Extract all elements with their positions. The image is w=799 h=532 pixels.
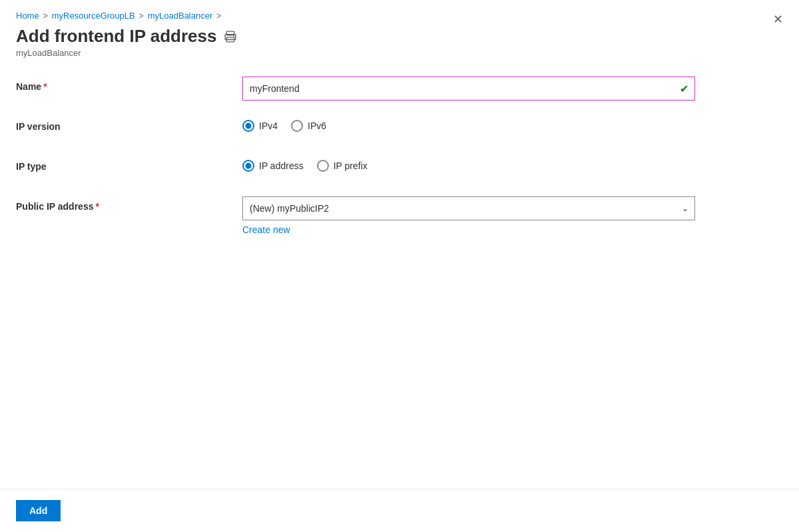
radio-ipv4-label: IPv4 xyxy=(259,121,278,131)
breadcrumb-home[interactable]: Home xyxy=(16,11,39,21)
radio-ip-prefix-label: IP prefix xyxy=(334,160,368,171)
radio-ipv4-input[interactable] xyxy=(242,120,254,132)
svg-point-3 xyxy=(234,35,235,37)
name-required-star: * xyxy=(43,81,47,92)
close-icon[interactable]: ✕ xyxy=(773,13,783,25)
public-ip-row: Public IP address * (New) myPublicIP2 ⌄ … xyxy=(16,196,783,235)
public-ip-label: Public IP address * xyxy=(16,196,242,212)
footer: Add xyxy=(0,489,799,532)
public-ip-control: (New) myPublicIP2 ⌄ Create new xyxy=(242,196,695,235)
radio-ip-address-label: IP address xyxy=(259,160,304,171)
radio-ip-address-input[interactable] xyxy=(242,160,254,172)
radio-ip-address[interactable]: IP address xyxy=(242,160,304,172)
radio-ip-prefix-input[interactable] xyxy=(317,160,329,172)
public-ip-dropdown-wrapper: (New) myPublicIP2 ⌄ xyxy=(242,196,695,220)
name-row: Name * ✔ xyxy=(16,77,783,101)
ip-version-label: IP version xyxy=(16,117,242,132)
add-button[interactable]: Add xyxy=(16,500,61,521)
radio-ipv6-input[interactable] xyxy=(291,120,303,132)
print-icon[interactable] xyxy=(224,31,236,43)
subtitle: myLoadBalancer xyxy=(0,47,799,58)
ip-version-row: IP version IPv4 IPv6 xyxy=(16,117,783,140)
breadcrumb-sep-2: > xyxy=(139,11,144,21)
page-title: Add frontend IP address xyxy=(16,26,216,47)
breadcrumb: Home > myResourceGroupLB > myLoadBalance… xyxy=(0,0,799,21)
radio-ipv6-label: IPv6 xyxy=(308,121,326,131)
form-area: Name * ✔ IP version IPv4 xyxy=(0,58,799,489)
name-input[interactable] xyxy=(242,77,695,101)
ip-type-control: IP address IP prefix xyxy=(242,156,695,172)
breadcrumb-sep-3: > xyxy=(216,11,221,21)
breadcrumb-load-balancer[interactable]: myLoadBalancer xyxy=(148,11,213,21)
public-ip-dropdown[interactable]: (New) myPublicIP2 xyxy=(242,196,695,220)
radio-ipv4[interactable]: IPv4 xyxy=(242,120,278,132)
public-ip-required-star: * xyxy=(95,201,99,212)
ip-version-radio-group: IPv4 IPv6 xyxy=(242,117,695,132)
page-wrapper: Home > myResourceGroupLB > myLoadBalance… xyxy=(0,0,799,532)
ip-version-control: IPv4 IPv6 xyxy=(242,117,695,132)
radio-ip-prefix[interactable]: IP prefix xyxy=(317,160,368,172)
ip-type-radio-group: IP address IP prefix xyxy=(242,156,695,172)
page-title-area: Add frontend IP address xyxy=(0,21,799,47)
name-label: Name * xyxy=(16,77,242,92)
name-control: ✔ xyxy=(242,77,695,101)
breadcrumb-sep-1: > xyxy=(43,11,48,21)
ip-type-label: IP type xyxy=(16,156,242,172)
ip-type-row: IP type IP address IP prefix xyxy=(16,156,783,180)
breadcrumb-resource-group[interactable]: myResourceGroupLB xyxy=(52,11,135,21)
name-input-wrapper: ✔ xyxy=(242,77,695,101)
radio-ipv6[interactable]: IPv6 xyxy=(291,120,326,132)
create-new-link[interactable]: Create new xyxy=(242,224,290,235)
